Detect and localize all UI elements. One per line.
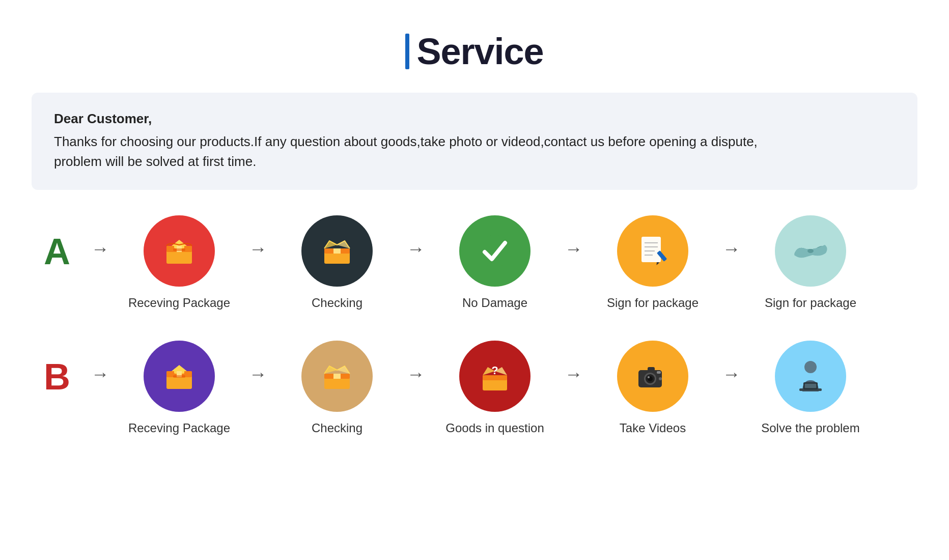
step-a5-icon — [775, 215, 846, 287]
svg-rect-42 — [657, 371, 661, 374]
svg-rect-48 — [805, 384, 816, 388]
workflow-row-a: A → Receving Package → — [32, 215, 917, 310]
row-b-label: B — [32, 341, 82, 398]
page-title: Service — [416, 31, 543, 72]
step-b5-label: Solve the problem — [761, 421, 859, 435]
step-b5-icon — [775, 341, 846, 412]
svg-marker-8 — [324, 241, 337, 248]
step-b2-label: Checking — [312, 421, 362, 435]
step-a4-icon — [617, 215, 688, 287]
svg-point-44 — [804, 361, 817, 373]
svg-text:?: ? — [491, 364, 498, 377]
arrow-icon: → — [82, 341, 118, 385]
step-b2-icon — [301, 341, 373, 412]
step-a3-icon — [459, 215, 531, 287]
arrow-icon: → — [240, 215, 276, 260]
arrow-icon: → — [556, 215, 592, 260]
svg-marker-23 — [172, 365, 187, 371]
step-a2-icon — [301, 215, 373, 287]
step-a5: Sign for package — [749, 215, 872, 310]
svg-rect-41 — [648, 367, 655, 371]
step-b3: ? Goods in question — [434, 341, 556, 435]
title-accent-bar — [405, 34, 409, 69]
svg-point-43 — [659, 377, 662, 380]
step-a1: Receving Package — [118, 215, 240, 310]
step-a3: No Damage — [434, 215, 556, 310]
step-b4: Take Videos — [592, 341, 714, 435]
step-b1-label: Receving Package — [128, 421, 230, 435]
svg-marker-28 — [324, 366, 337, 374]
arrow-icon: → — [398, 215, 434, 260]
step-a2-label: Checking — [312, 296, 362, 310]
svg-marker-29 — [337, 366, 350, 374]
notice-box: Dear Customer, Thanks for choosing our p… — [32, 93, 917, 190]
workflow-section: A → Receving Package → — [32, 215, 917, 466]
svg-rect-12 — [641, 237, 661, 262]
step-b5: Solve the problem — [749, 341, 872, 435]
step-b3-label: Goods in question — [445, 421, 544, 435]
notice-text: Thanks for choosing our products.If any … — [54, 132, 895, 172]
arrow-icon: → — [556, 341, 592, 385]
step-a5-label: Sign for package — [765, 296, 856, 310]
step-b4-icon — [617, 341, 688, 412]
arrow-icon: → — [714, 341, 749, 385]
step-b1-icon — [144, 341, 215, 412]
step-b2: Checking — [276, 341, 398, 435]
step-a1-icon — [144, 215, 215, 287]
arrow-icon: → — [398, 341, 434, 385]
workflow-row-b: B → Receving Package → — [32, 341, 917, 435]
svg-rect-25 — [173, 375, 185, 378]
svg-point-40 — [648, 376, 650, 378]
svg-rect-5 — [173, 248, 185, 251]
arrow-icon: → — [714, 215, 749, 260]
step-b3-icon: ? — [459, 341, 531, 412]
page-title-section: Service — [405, 31, 543, 72]
step-a2: Checking — [276, 215, 398, 310]
notice-greeting: Dear Customer, — [54, 111, 895, 127]
svg-rect-30 — [333, 374, 341, 379]
arrow-icon: → — [82, 215, 118, 260]
step-b4-label: Take Videos — [620, 421, 686, 435]
svg-rect-10 — [333, 248, 341, 254]
svg-marker-9 — [337, 241, 350, 248]
step-a4: Sign for package — [592, 215, 714, 310]
step-a3-label: No Damage — [462, 296, 527, 310]
step-b1: Receving Package — [118, 341, 240, 435]
step-a1-label: Receving Package — [128, 296, 230, 310]
step-a4-label: Sign for package — [607, 296, 699, 310]
row-a-label: A — [32, 215, 82, 272]
arrow-icon: → — [240, 341, 276, 385]
svg-point-19 — [807, 249, 814, 253]
